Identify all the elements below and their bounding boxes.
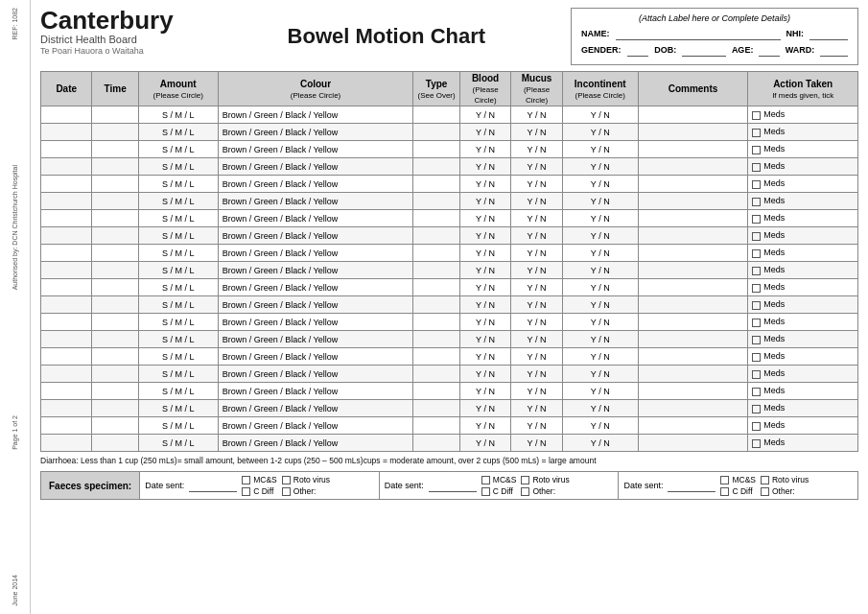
cell-type[interactable] <box>413 193 459 210</box>
cell-type[interactable] <box>413 227 459 245</box>
cell-time[interactable] <box>92 158 138 176</box>
cell-type[interactable] <box>413 141 459 158</box>
meds-checkbox[interactable] <box>752 180 761 189</box>
cell-time[interactable] <box>92 417 138 435</box>
cell-comments[interactable] <box>638 193 748 210</box>
meds-checkbox[interactable] <box>752 163 761 172</box>
cell-time[interactable] <box>92 193 138 210</box>
meds-checkbox[interactable] <box>752 405 761 413</box>
meds-checkbox[interactable] <box>752 198 761 206</box>
cdiff-checkbox-2[interactable] <box>481 487 490 496</box>
cell-date[interactable] <box>41 210 92 227</box>
cell-date[interactable] <box>41 314 92 331</box>
cell-date[interactable] <box>41 383 92 400</box>
ward-field[interactable] <box>820 43 848 57</box>
cell-date[interactable] <box>41 435 92 452</box>
meds-checkbox[interactable] <box>752 215 761 224</box>
cell-comments[interactable] <box>638 400 748 417</box>
cell-comments[interactable] <box>638 245 748 262</box>
cell-comments[interactable] <box>638 106 748 124</box>
cell-time[interactable] <box>92 227 138 245</box>
cell-date[interactable] <box>41 417 92 435</box>
cdiff-checkbox-3[interactable] <box>720 487 729 496</box>
cell-date[interactable] <box>41 296 92 314</box>
cell-time[interactable] <box>92 314 138 331</box>
cell-type[interactable] <box>413 331 459 348</box>
cell-comments[interactable] <box>638 435 748 452</box>
cell-comments[interactable] <box>638 227 748 245</box>
meds-checkbox[interactable] <box>752 336 761 344</box>
cell-time[interactable] <box>92 366 138 383</box>
cell-comments[interactable] <box>638 141 748 158</box>
meds-checkbox[interactable] <box>752 422 761 431</box>
cell-date[interactable] <box>41 366 92 383</box>
other-checkbox-3[interactable] <box>761 487 769 496</box>
cell-type[interactable] <box>413 124 459 141</box>
other-checkbox-2[interactable] <box>521 487 529 496</box>
cell-type[interactable] <box>413 417 459 435</box>
cell-time[interactable] <box>92 348 138 366</box>
cell-time[interactable] <box>92 176 138 193</box>
cell-type[interactable] <box>413 314 459 331</box>
cell-comments[interactable] <box>638 314 748 331</box>
meds-checkbox[interactable] <box>752 146 761 154</box>
cell-comments[interactable] <box>638 158 748 176</box>
cell-type[interactable] <box>413 279 459 296</box>
cell-date[interactable] <box>41 193 92 210</box>
name-field[interactable] <box>616 27 781 40</box>
cell-time[interactable] <box>92 435 138 452</box>
age-field[interactable] <box>759 43 779 57</box>
cell-time[interactable] <box>92 210 138 227</box>
meds-checkbox[interactable] <box>752 439 761 448</box>
meds-checkbox[interactable] <box>752 232 761 241</box>
faeces-date-field-3[interactable] <box>668 479 716 492</box>
cell-type[interactable] <box>413 400 459 417</box>
dob-field[interactable] <box>682 43 726 57</box>
cell-date[interactable] <box>41 227 92 245</box>
nhi-field[interactable] <box>809 27 848 40</box>
cell-type[interactable] <box>413 245 459 262</box>
cell-type[interactable] <box>413 262 459 279</box>
meds-checkbox[interactable] <box>752 129 761 137</box>
cell-comments[interactable] <box>638 331 748 348</box>
cell-time[interactable] <box>92 124 138 141</box>
cell-comments[interactable] <box>638 348 748 366</box>
cell-comments[interactable] <box>638 210 748 227</box>
cell-type[interactable] <box>413 366 459 383</box>
cell-type[interactable] <box>413 158 459 176</box>
meds-checkbox[interactable] <box>752 284 761 293</box>
mcs-checkbox-3[interactable] <box>720 476 729 484</box>
mcs-checkbox-2[interactable] <box>481 476 490 484</box>
roto-checkbox-3[interactable] <box>761 476 769 484</box>
faeces-date-field-1[interactable] <box>189 479 237 492</box>
meds-checkbox[interactable] <box>752 301 761 310</box>
cell-date[interactable] <box>41 279 92 296</box>
cell-date[interactable] <box>41 400 92 417</box>
meds-checkbox[interactable] <box>752 353 761 362</box>
meds-checkbox[interactable] <box>752 111 761 120</box>
cell-comments[interactable] <box>638 176 748 193</box>
cell-time[interactable] <box>92 400 138 417</box>
cell-type[interactable] <box>413 210 459 227</box>
cell-type[interactable] <box>413 348 459 366</box>
cell-type[interactable] <box>413 435 459 452</box>
mcs-checkbox-1[interactable] <box>242 476 250 484</box>
other-checkbox-1[interactable] <box>282 487 291 496</box>
gender-field[interactable] <box>627 43 649 57</box>
roto-checkbox-1[interactable] <box>282 476 291 484</box>
cell-time[interactable] <box>92 296 138 314</box>
cell-time[interactable] <box>92 245 138 262</box>
cell-time[interactable] <box>92 383 138 400</box>
cell-comments[interactable] <box>638 124 748 141</box>
cell-comments[interactable] <box>638 279 748 296</box>
cell-time[interactable] <box>92 141 138 158</box>
cell-date[interactable] <box>41 158 92 176</box>
cell-time[interactable] <box>92 331 138 348</box>
cell-type[interactable] <box>413 296 459 314</box>
faeces-date-field-2[interactable] <box>429 479 477 492</box>
meds-checkbox[interactable] <box>752 249 761 258</box>
cell-date[interactable] <box>41 348 92 366</box>
meds-checkbox[interactable] <box>752 267 761 275</box>
meds-checkbox[interactable] <box>752 370 761 379</box>
cell-date[interactable] <box>41 141 92 158</box>
